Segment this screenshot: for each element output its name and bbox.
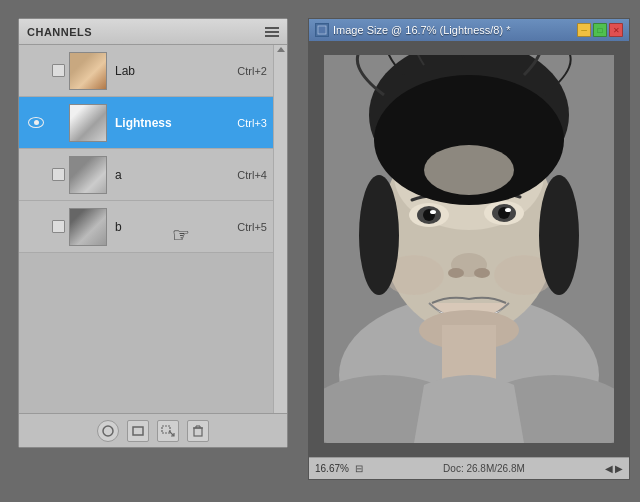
channel-row-a[interactable]: a Ctrl+4 — [19, 149, 273, 201]
svg-point-18 — [430, 210, 436, 214]
prev-arrow[interactable]: ◀ — [605, 463, 613, 474]
svg-rect-8 — [317, 25, 327, 35]
load-selection-button[interactable] — [157, 420, 179, 442]
delete-channel-button[interactable] — [187, 420, 209, 442]
panel-footer — [19, 413, 287, 447]
panel-menu-button[interactable] — [265, 27, 279, 37]
titlebar-controls: ─ □ ✕ — [577, 23, 623, 37]
channels-panel: CHANNELS Lab Ctrl+2 — [18, 18, 288, 448]
thumbnail-a — [69, 156, 107, 194]
channel-shortcut-lightness: Ctrl+3 — [237, 117, 267, 129]
channel-name-a: a — [115, 168, 229, 182]
thumbnail-lightness — [69, 104, 107, 142]
scroll-up-arrow[interactable] — [277, 47, 285, 52]
eye-col-lightness — [25, 117, 47, 128]
panel-scrollbar[interactable] — [273, 45, 287, 413]
status-navigation[interactable]: ◀ ▶ — [605, 463, 623, 474]
channel-name-lab: Lab — [115, 64, 229, 78]
minimize-button[interactable]: ─ — [577, 23, 591, 37]
svg-point-0 — [103, 426, 113, 436]
svg-point-24 — [448, 268, 464, 278]
image-window: Image Size @ 16.7% (Lightness/8) * ─ □ ✕ — [308, 18, 630, 480]
svg-rect-3 — [194, 428, 202, 436]
svg-point-33 — [539, 175, 579, 295]
channel-name-b: b — [115, 220, 229, 234]
channel-options-button[interactable] — [127, 420, 149, 442]
image-statusbar: 16.67% ⊟ Doc: 26.8M/26.8M ◀ ▶ — [309, 457, 629, 479]
svg-rect-2 — [162, 426, 170, 433]
zoom-level: 16.67% — [315, 463, 349, 474]
channel-shortcut-a: Ctrl+4 — [237, 169, 267, 181]
svg-point-22 — [505, 208, 511, 212]
channel-row-b[interactable]: b Ctrl+5 — [19, 201, 273, 253]
maximize-button[interactable]: □ — [593, 23, 607, 37]
close-button[interactable]: ✕ — [609, 23, 623, 37]
next-arrow[interactable]: ▶ — [615, 463, 623, 474]
channel-row-lightness[interactable]: Lightness Ctrl+3 — [19, 97, 273, 149]
channel-checkbox-lab[interactable] — [52, 64, 65, 77]
window-title: Image Size @ 16.7% (Lightness/8) * — [333, 24, 573, 36]
eye-icon-lightness — [28, 117, 44, 128]
portrait-image — [324, 55, 614, 443]
checkbox-col-lab — [47, 64, 69, 77]
titlebar-app-icon — [315, 23, 329, 37]
panel-body: Lab Ctrl+2 Lightness Ctrl+3 — [19, 45, 287, 413]
image-titlebar: Image Size @ 16.7% (Lightness/8) * ─ □ ✕ — [309, 19, 629, 41]
svg-point-32 — [359, 175, 399, 295]
new-channel-button[interactable] — [97, 420, 119, 442]
channel-checkbox-b[interactable] — [52, 220, 65, 233]
panel-title: CHANNELS — [27, 26, 92, 38]
channel-name-lightness: Lightness — [115, 116, 229, 130]
checkbox-col-b — [47, 220, 69, 233]
checkbox-col-a — [47, 168, 69, 181]
status-separator: ⊟ — [355, 463, 363, 474]
doc-info: Doc: 26.8M/26.8M — [369, 463, 599, 474]
thumbnail-b — [69, 208, 107, 246]
channel-shortcut-b: Ctrl+5 — [237, 221, 267, 233]
svg-point-35 — [424, 145, 514, 195]
channel-shortcut-lab: Ctrl+2 — [237, 65, 267, 77]
panel-header: CHANNELS — [19, 19, 287, 45]
channel-row-lab[interactable]: Lab Ctrl+2 — [19, 45, 273, 97]
image-canvas — [309, 41, 629, 457]
svg-rect-1 — [133, 427, 143, 435]
thumbnail-lab — [69, 52, 107, 90]
svg-point-25 — [474, 268, 490, 278]
channel-checkbox-a[interactable] — [52, 168, 65, 181]
channels-list: Lab Ctrl+2 Lightness Ctrl+3 — [19, 45, 273, 413]
